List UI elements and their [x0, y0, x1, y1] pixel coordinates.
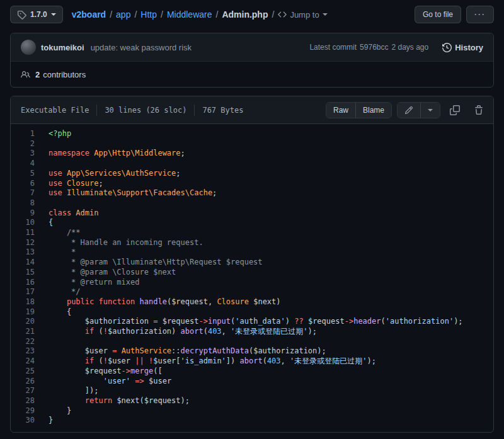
divider — [96, 105, 97, 116]
code-line: 11 /** — [11, 228, 493, 238]
more-options-button[interactable]: ··· — [466, 6, 494, 23]
commit-hash-link[interactable]: 5976bcc — [360, 43, 388, 52]
contributors-count: 2 — [35, 70, 40, 79]
line-content: return $next($request); — [42, 396, 190, 406]
code-line: 13 * — [11, 248, 493, 258]
line-number[interactable]: 12 — [11, 238, 42, 248]
breadcrumb-link-app[interactable]: app — [116, 9, 130, 20]
code-line: 23 $user = AuthService::decryptAuthData(… — [11, 346, 493, 356]
breadcrumb-separator: / — [110, 9, 112, 20]
raw-button[interactable]: Raw — [326, 103, 356, 118]
line-number[interactable]: 18 — [11, 297, 42, 307]
line-number[interactable]: 4 — [11, 159, 42, 169]
jump-to-menu[interactable]: Jump to — [278, 10, 327, 20]
line-content: <?php — [42, 129, 71, 139]
breadcrumb-link-v2board[interactable]: v2board — [72, 9, 106, 20]
line-number[interactable]: 14 — [11, 258, 42, 268]
raw-blame-group: Raw Blame — [326, 102, 392, 118]
breadcrumb-separator: / — [134, 9, 137, 20]
code-line: 18 public function handle($request, Clos… — [11, 297, 493, 307]
line-number[interactable]: 24 — [11, 356, 42, 367]
branch-tag-selector[interactable]: 1.7.0 — [10, 6, 63, 23]
go-to-file-button[interactable]: Go to file — [415, 6, 461, 23]
line-number[interactable]: 25 — [11, 367, 42, 377]
line-number[interactable]: 21 — [11, 327, 42, 337]
file-header: Executable File 30 lines (26 sloc) 767 B… — [11, 96, 493, 124]
line-number[interactable]: 19 — [11, 307, 42, 317]
line-number[interactable]: 10 — [11, 218, 42, 228]
line-number[interactable]: 29 — [11, 406, 42, 416]
contributors-row[interactable]: 2 contributors — [11, 61, 493, 87]
line-number[interactable]: 11 — [11, 228, 42, 238]
code-line: 2 — [11, 139, 493, 149]
avatar[interactable] — [21, 40, 36, 55]
line-content: * @return mixed — [42, 278, 140, 288]
delete-file-button[interactable] — [471, 103, 486, 118]
trash-icon — [474, 105, 484, 115]
file-size: 767 Bytes — [202, 106, 243, 115]
code-line: 15 * @param \Closure $next — [11, 268, 493, 278]
line-number[interactable]: 13 — [11, 248, 42, 258]
line-content — [42, 337, 53, 347]
edit-dropdown-button[interactable] — [421, 103, 440, 118]
line-number[interactable]: 28 — [11, 396, 42, 406]
line-number[interactable]: 7 — [11, 188, 42, 198]
line-number[interactable]: 9 — [11, 208, 42, 219]
file-lines-info: 30 lines (26 sloc) — [105, 106, 186, 115]
line-content: $user = AuthService::decryptAuthData($au… — [42, 346, 326, 356]
copy-file-button[interactable] — [447, 103, 462, 118]
line-content: use Illuminate\Support\Facades\Cache; — [42, 188, 217, 198]
line-content: * Handle an incoming request. — [42, 238, 203, 248]
history-button[interactable]: History — [442, 43, 483, 52]
line-content: } — [42, 406, 71, 416]
line-content: } — [42, 416, 53, 426]
line-content: use Closure; — [42, 179, 103, 189]
line-content: class Admin — [42, 208, 98, 219]
code-view: 1<?php2 3namespace App\Http\Middleware;4… — [11, 124, 493, 432]
code-line: 20 $authorization = $request->input('aut… — [11, 317, 493, 327]
commit-time: 2 days ago — [391, 43, 428, 52]
commit-message-link[interactable]: update: weak password risk — [91, 43, 192, 52]
line-number[interactable]: 8 — [11, 198, 42, 208]
line-number[interactable]: 23 — [11, 346, 42, 356]
line-content: */ — [42, 287, 81, 297]
line-number[interactable]: 30 — [11, 416, 42, 426]
code-line: 5use App\Services\AuthService; — [11, 169, 493, 179]
code-line: 4 — [11, 159, 493, 169]
breadcrumb: v2board/app/Http/Middleware/Admin.php / … — [72, 9, 415, 20]
code-line: 10{ — [11, 218, 493, 228]
line-number[interactable]: 22 — [11, 337, 42, 347]
line-number[interactable]: 26 — [11, 377, 42, 387]
line-number[interactable]: 27 — [11, 386, 42, 396]
code-line: 6use Closure; — [11, 179, 493, 189]
blame-button[interactable]: Blame — [356, 103, 391, 118]
line-number[interactable]: 3 — [11, 149, 42, 159]
line-number[interactable]: 1 — [11, 129, 42, 139]
line-number[interactable]: 6 — [11, 179, 42, 189]
line-content: ]); — [42, 386, 98, 396]
code-line: 21 if (!$authorization) abort(403, '未登录或… — [11, 327, 493, 337]
line-number[interactable]: 15 — [11, 268, 42, 278]
commit-author-link[interactable]: tokumeikoi — [41, 43, 84, 52]
line-number[interactable]: 16 — [11, 278, 42, 288]
line-number[interactable]: 2 — [11, 139, 42, 149]
line-content: namespace App\Http\Middleware; — [42, 149, 185, 159]
code-line: 7use Illuminate\Support\Facades\Cache; — [11, 188, 493, 198]
line-content: * — [42, 248, 76, 258]
line-number[interactable]: 17 — [11, 287, 42, 297]
line-content — [42, 198, 53, 208]
breadcrumb-link-middleware[interactable]: Middleware — [167, 9, 212, 20]
breadcrumb-current-file: Admin.php — [222, 9, 268, 20]
line-content: * @param \Closure $next — [42, 268, 176, 278]
code-line: 26 'user' => $user — [11, 377, 493, 387]
code-line: 27 ]); — [11, 386, 493, 396]
breadcrumb-items: v2board/app/Http/Middleware/Admin.php — [72, 9, 268, 20]
line-number[interactable]: 20 — [11, 317, 42, 327]
commit-meta: Latest commit 5976bcc 2 days ago — [309, 43, 428, 52]
code-line: 30} — [11, 416, 493, 426]
line-content: * @param \Illuminate\Http\Request $reque… — [42, 258, 263, 268]
line-number[interactable]: 5 — [11, 169, 42, 179]
edit-file-button[interactable] — [398, 103, 421, 118]
breadcrumb-link-http[interactable]: Http — [140, 9, 157, 20]
divider — [194, 105, 195, 116]
